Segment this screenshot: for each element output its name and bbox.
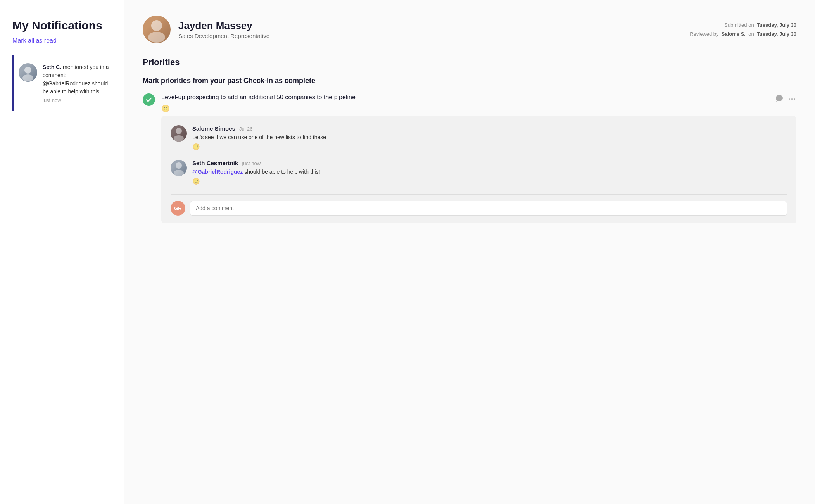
checkmark-icon	[145, 96, 152, 103]
submitted-info: Submitted on Tuesday, July 30	[690, 21, 796, 29]
priorities-instruction: Mark priorities from your past Check-in …	[143, 77, 796, 85]
section-title: Priorities	[143, 57, 796, 67]
comment-input-avatar: GR	[171, 201, 185, 216]
comment-emoji-seth: 🙂	[192, 178, 320, 185]
priority-text-wrap: Level-up prospecting to add an additiona…	[161, 93, 769, 113]
profile-meta: Submitted on Tuesday, July 30 Reviewed b…	[690, 21, 796, 39]
seth-comment-avatar	[171, 160, 187, 176]
reviewed-info: Reviewed by Salome S. on Tuesday, July 3…	[690, 29, 796, 38]
comment-bubble-icon[interactable]	[775, 94, 784, 105]
priority-emoji-icon: 🙂	[161, 104, 769, 113]
comment-header-salome: Salome Simoes Jul 26	[192, 125, 326, 132]
notification-avatar	[19, 63, 37, 82]
svg-point-2	[151, 20, 162, 31]
comment-entry-salome: Salome Simoes Jul 26 Let's see if we can…	[171, 125, 787, 150]
notification-body: Seth C. mentioned you in a comment: @Gab…	[43, 63, 111, 103]
notification-sender: Seth C.	[43, 64, 61, 70]
svg-point-0	[24, 67, 31, 74]
reviewed-label: Reviewed by	[690, 31, 718, 37]
panel-title: My Notifications	[12, 19, 111, 33]
mention-tag[interactable]: @GabrielRodriguez	[192, 169, 243, 175]
mark-all-read-link[interactable]: Mark all as read	[12, 37, 57, 44]
comment-author-salome: Salome Simoes	[192, 125, 235, 132]
profile-avatar-icon	[143, 16, 171, 43]
svg-point-6	[176, 162, 182, 169]
comment-author-seth: Seth Cesmertnik	[192, 160, 238, 166]
priority-text: Level-up prospecting to add an additiona…	[161, 93, 769, 102]
salome-avatar-icon	[171, 125, 187, 142]
comment-text-seth: @GabrielRodriguez should be able to help…	[192, 168, 320, 176]
notification-item[interactable]: Seth C. mentioned you in a comment: @Gab…	[12, 55, 111, 111]
priority-actions: ···	[775, 94, 796, 105]
svg-point-3	[148, 32, 165, 43]
profile-header: Jayden Massey Sales Development Represen…	[143, 16, 796, 43]
svg-point-7	[174, 170, 184, 176]
profile-name: Jayden Massey	[178, 20, 269, 32]
svg-point-1	[22, 74, 33, 81]
comment-date-salome: Jul 26	[239, 126, 253, 132]
comment-date-seth: just now	[242, 161, 261, 166]
comment-entry-seth: Seth Cesmertnik just now @GabrielRodrigu…	[171, 160, 787, 185]
comment-emoji-salome: 🙂	[192, 143, 326, 150]
profile-details: Jayden Massey Sales Development Represen…	[178, 20, 269, 39]
comment-body-salome: Salome Simoes Jul 26 Let's see if we can…	[192, 125, 326, 150]
reviewed-on-label: on	[748, 31, 754, 37]
avatar-icon	[19, 63, 37, 82]
main-content: Jayden Massey Sales Development Represen…	[124, 0, 815, 504]
submitted-label: Submitted on	[724, 22, 754, 28]
salome-avatar	[171, 125, 187, 142]
svg-point-5	[174, 135, 184, 142]
comment-input-row: GR	[171, 194, 787, 216]
priority-complete-icon[interactable]	[143, 93, 155, 106]
priority-item: Level-up prospecting to add an additiona…	[143, 93, 796, 113]
comment-text-salome: Let's see if we can use one of the new l…	[192, 133, 326, 142]
reviewer-name: Salome S.	[722, 31, 746, 37]
profile-role: Sales Development Representative	[178, 33, 269, 39]
notification-time: just now	[43, 97, 111, 103]
comment-body-seth: Seth Cesmertnik just now @GabrielRodrigu…	[192, 160, 320, 185]
svg-point-4	[176, 128, 182, 134]
more-options-icon[interactable]: ···	[788, 95, 796, 104]
notification-text: Seth C. mentioned you in a comment: @Gab…	[43, 63, 111, 96]
priorities-section: Priorities Mark priorities from your pas…	[143, 57, 796, 223]
profile-info: Jayden Massey Sales Development Represen…	[143, 16, 269, 43]
comment-header-seth: Seth Cesmertnik just now	[192, 160, 320, 166]
notifications-panel: My Notifications Mark all as read Seth C…	[0, 0, 124, 504]
profile-avatar	[143, 16, 171, 43]
comment-text-after-mention: should be able to help with this!	[243, 169, 320, 175]
seth-comment-avatar-icon	[171, 160, 187, 176]
submitted-date: Tuesday, July 30	[757, 22, 796, 28]
comments-box: Salome Simoes Jul 26 Let's see if we can…	[161, 116, 796, 223]
comment-input[interactable]	[190, 201, 787, 216]
reviewed-date: Tuesday, July 30	[757, 31, 796, 37]
